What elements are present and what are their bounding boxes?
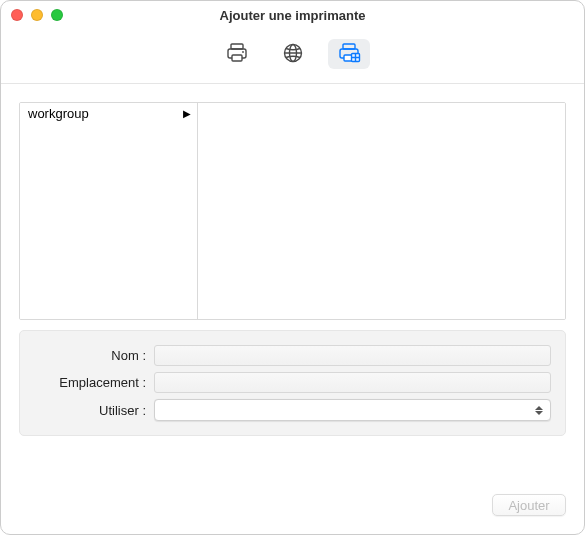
minimize-window-button[interactable] [31, 9, 43, 21]
updown-chevrons-icon [534, 403, 544, 417]
titlebar: Ajouter une imprimante [1, 1, 584, 29]
svg-point-3 [242, 51, 244, 53]
form-row-location: Emplacement : [34, 372, 551, 393]
use-select[interactable] [154, 399, 551, 421]
printer-windows-icon [337, 42, 361, 67]
browser-item-label: workgroup [28, 106, 89, 121]
traffic-lights [11, 9, 63, 21]
add-button[interactable]: Ajouter [492, 494, 566, 516]
browser-column-workgroups[interactable]: workgroup ▶ [20, 103, 198, 319]
svg-rect-7 [343, 44, 355, 49]
toolbar-tab-default[interactable] [216, 39, 258, 69]
content-area: workgroup ▶ Nom : Emplacement : Utiliser… [1, 84, 584, 484]
svg-rect-0 [231, 44, 243, 49]
printer-icon [225, 42, 249, 67]
name-label: Nom : [34, 348, 154, 363]
globe-icon [281, 42, 305, 67]
use-label: Utiliser : [34, 403, 154, 418]
form-panel: Nom : Emplacement : Utiliser : [19, 330, 566, 436]
toolbar-tab-windows[interactable] [328, 39, 370, 69]
toolbar [1, 29, 584, 84]
browser-item-workgroup[interactable]: workgroup ▶ [20, 103, 197, 124]
chevron-right-icon: ▶ [183, 108, 191, 119]
close-window-button[interactable] [11, 9, 23, 21]
browser-column-hosts[interactable] [198, 103, 565, 319]
toolbar-tab-ip[interactable] [272, 39, 314, 69]
svg-rect-2 [232, 55, 242, 61]
location-field[interactable] [154, 372, 551, 393]
footer: Ajouter [1, 484, 584, 534]
add-printer-window: Ajouter une imprimante [0, 0, 585, 535]
zoom-window-button[interactable] [51, 9, 63, 21]
browser-panel: workgroup ▶ [19, 102, 566, 320]
window-title: Ajouter une imprimante [11, 8, 574, 23]
name-field[interactable] [154, 345, 551, 366]
form-row-use: Utiliser : [34, 399, 551, 421]
form-row-name: Nom : [34, 345, 551, 366]
add-button-label: Ajouter [508, 498, 549, 513]
location-label: Emplacement : [34, 375, 154, 390]
